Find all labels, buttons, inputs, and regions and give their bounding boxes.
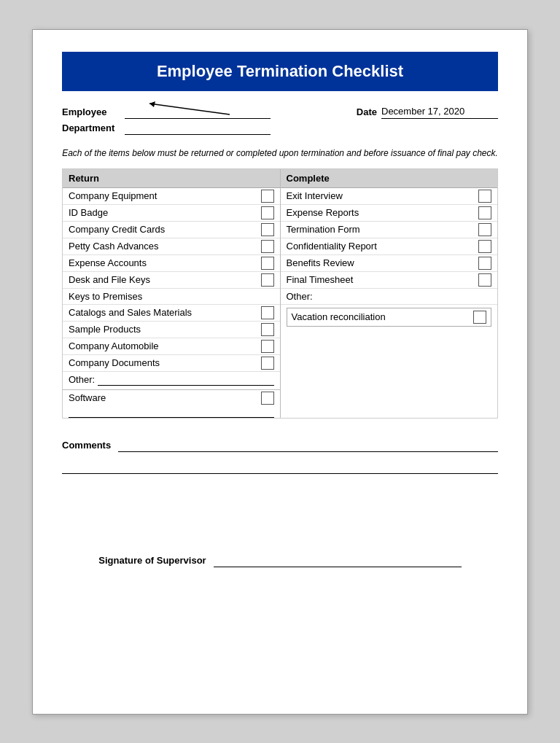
date-label: Date xyxy=(357,106,377,117)
item-text: Expense Accounts xyxy=(69,257,261,268)
list-item: Other: xyxy=(281,289,498,305)
item-text: Company Credit Cards xyxy=(69,224,261,235)
complete-column: Complete Exit Interview Expense Reports … xyxy=(281,169,498,418)
vacation-row: Vacation reconciliation xyxy=(287,308,492,327)
list-item: ID Badge xyxy=(63,205,280,222)
list-item: Expense Reports xyxy=(281,205,498,222)
list-item: Final Timesheet xyxy=(281,272,498,289)
item-text: Company Automobile xyxy=(69,341,261,351)
checkbox[interactable] xyxy=(261,273,274,287)
other-label-right: Other: xyxy=(287,291,492,302)
item-text: Keys to Premises xyxy=(69,291,274,302)
checkbox[interactable] xyxy=(478,223,491,236)
checkbox[interactable] xyxy=(478,206,491,219)
employee-label: Employee xyxy=(62,106,120,117)
comments-line-1[interactable] xyxy=(118,439,498,452)
checkbox[interactable] xyxy=(478,240,491,253)
arrow-annotation xyxy=(128,100,259,122)
instructions: Each of the items below must be returned… xyxy=(62,147,498,160)
checklist-section: Return Company Equipment ID Badge Compan… xyxy=(62,168,498,419)
item-text: Confidentiality Report xyxy=(287,241,479,252)
checkbox[interactable] xyxy=(261,306,274,319)
document-title: Employee Termination Checklist xyxy=(62,52,498,91)
svg-line-0 xyxy=(149,104,230,114)
fields-row: Employee Department Date December 17, 20… xyxy=(62,106,498,135)
item-text: Company Documents xyxy=(69,357,261,368)
blank-area xyxy=(62,474,498,518)
item-text: Sample Products xyxy=(69,324,261,335)
other-label: Other: xyxy=(69,374,95,385)
checkbox[interactable] xyxy=(261,240,274,253)
checkbox[interactable] xyxy=(478,190,491,203)
item-text: Benefits Review xyxy=(287,257,479,268)
svg-marker-1 xyxy=(149,101,155,107)
return-column: Return Company Equipment ID Badge Compan… xyxy=(63,169,281,418)
item-text: Catalogs and Sales Materials xyxy=(69,307,261,318)
checkbox[interactable] xyxy=(473,311,486,324)
department-field-row: Department xyxy=(62,122,271,135)
other-row: Other: xyxy=(63,372,280,388)
date-group: Date December 17, 2020 xyxy=(357,106,498,119)
list-item: Company Credit Cards xyxy=(63,222,280,238)
vacation-label: Vacation reconciliation xyxy=(292,311,474,322)
signature-section: Signature of Supervisor xyxy=(62,554,498,567)
list-item: Benefits Review xyxy=(281,255,498,272)
other-input[interactable] xyxy=(98,374,273,386)
list-item: Company Equipment xyxy=(63,188,280,205)
item-text: Final Timesheet xyxy=(287,274,479,285)
item-text: Expense Reports xyxy=(287,207,479,218)
checkbox[interactable] xyxy=(261,357,274,370)
list-item: Petty Cash Advances xyxy=(63,238,280,255)
checkbox[interactable] xyxy=(261,206,274,219)
list-item: Termination Form xyxy=(281,222,498,238)
software-label: Software xyxy=(69,392,261,403)
date-value: December 17, 2020 xyxy=(381,106,498,119)
item-text: Company Equipment xyxy=(69,190,261,201)
department-input[interactable] xyxy=(125,122,271,135)
checkbox[interactable] xyxy=(261,340,274,353)
item-text: Petty Cash Advances xyxy=(69,241,261,252)
list-item: Sample Products xyxy=(63,322,280,338)
checkbox[interactable] xyxy=(261,223,274,236)
list-item: Confidentiality Report xyxy=(281,238,498,255)
item-text: Termination Form xyxy=(287,224,479,235)
checkbox[interactable] xyxy=(478,257,491,270)
checkbox[interactable] xyxy=(261,257,274,270)
comments-label: Comments xyxy=(62,440,111,451)
checkbox[interactable] xyxy=(261,323,274,336)
department-label: Department xyxy=(62,122,120,133)
list-item: Desk and File Keys xyxy=(63,272,280,289)
comments-line-2[interactable] xyxy=(62,461,498,474)
item-text: Exit Interview xyxy=(287,190,479,201)
list-item: Company Documents xyxy=(63,355,280,372)
list-item: Company Automobile xyxy=(63,338,280,355)
vacation-container: Vacation reconciliation xyxy=(281,305,498,330)
document: Employee Termination Checklist Employee … xyxy=(32,29,528,715)
checkbox[interactable] xyxy=(261,190,274,203)
return-header: Return xyxy=(63,169,280,188)
checkbox[interactable] xyxy=(478,273,491,287)
list-item: Exit Interview xyxy=(281,188,498,205)
checkbox[interactable] xyxy=(261,392,274,405)
list-item: Catalogs and Sales Materials xyxy=(63,305,280,322)
signature-label: Signature of Supervisor xyxy=(98,555,206,566)
signature-input[interactable] xyxy=(214,554,462,567)
list-item: Keys to Premises xyxy=(63,289,280,305)
complete-header: Complete xyxy=(281,169,498,188)
item-text: ID Badge xyxy=(69,207,261,218)
software-underline xyxy=(69,406,274,418)
comments-section: Comments xyxy=(62,439,498,474)
item-text: Desk and File Keys xyxy=(69,274,261,285)
list-item: Expense Accounts xyxy=(63,255,280,272)
comments-label-row: Comments xyxy=(62,439,498,452)
